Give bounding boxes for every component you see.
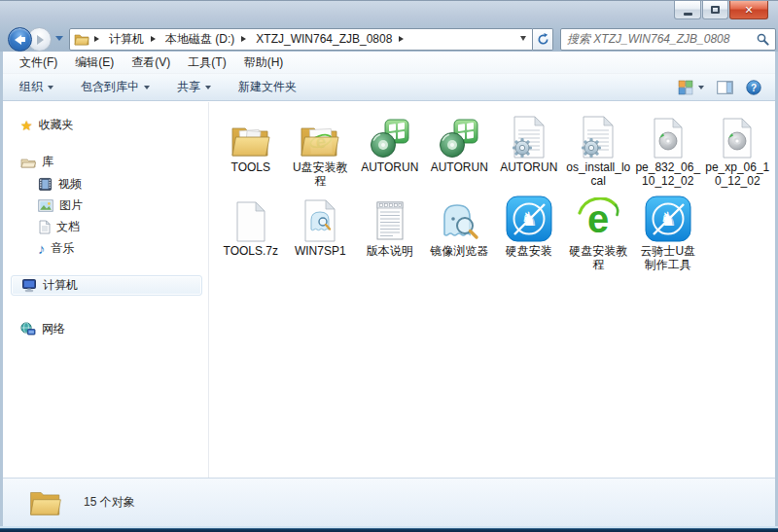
search-box [560,28,776,51]
refresh-icon [537,33,549,46]
chevron-down-icon [48,86,53,92]
gear-document-icon [580,116,617,159]
file-label: TOOLS [231,160,270,174]
folder-icon [74,32,89,46]
svg-text:?: ? [751,82,757,92]
setup-disc-icon [440,118,478,159]
file-label: WIN7SP1 [295,244,346,258]
help-button[interactable]: ? [744,76,763,99]
file-item-pe-832-iso[interactable]: pe_832_06_10_12_02 [633,111,703,188]
maximize-icon [711,6,720,14]
file-label: 镜像浏览器 [430,244,488,258]
file-label: pe_xp_06_10_12_02 [704,160,770,188]
svg-text:e: e [587,197,609,240]
file-list: TOOLS e U盘安装教程 [212,102,775,478]
picture-icon [38,199,53,212]
file-item-yunqishi-usb-tool[interactable]: ♞ 云骑士U盘制作工具 [633,195,703,271]
file-label: AUTORUN [431,160,488,174]
sidebar-item-network[interactable]: 网络 [20,319,65,339]
file-item-hdd-install[interactable]: ♞ 硬盘安装 [494,195,564,271]
menu-tools[interactable]: 工具(T) [179,52,234,74]
file-item-version-notes[interactable]: 版本说明 [355,195,425,271]
film-icon [38,177,53,192]
knight-app-icon: ♞ [506,195,552,242]
file-item-win7sp1[interactable]: WIN7SP1 [286,195,356,271]
file-item-hdd-install-tutorial[interactable]: e 硬盘安装教程 [564,195,634,271]
music-note-icon: ♪ [38,241,46,256]
item-count: 15 个对象 [84,494,135,511]
close-button[interactable]: ✕ [729,1,768,19]
blank-document-icon [234,201,267,242]
titlebar[interactable]: ✕ 计算机 本地磁盘 (D:) XTZJ_WIN764_ZJB_0808 [0,1,778,52]
file-item-image-browser[interactable]: 镜像浏览器 [425,195,495,271]
change-view-button[interactable] [676,76,706,99]
search-input[interactable] [567,32,757,46]
disc-document-icon [652,118,685,159]
back-arrow-icon [15,35,21,45]
new-folder-button[interactable]: 新建文件夹 [230,75,305,99]
breadcrumb-local-disk-d[interactable]: 本地磁盘 (D:) [163,31,236,48]
sidebar-item-music[interactable]: ♪ 音乐 [38,238,75,259]
recent-pages-dropdown[interactable] [55,36,63,45]
sidebar-item-computer[interactable]: 计算机 [11,275,202,296]
menu-edit[interactable]: 编辑(E) [66,52,123,74]
file-label: os_install_local [565,160,631,188]
back-button[interactable] [8,27,32,52]
breadcrumb-computer[interactable]: 计算机 [107,31,146,48]
minimize-icon [684,13,692,16]
breadcrumb-arrow-icon [241,36,249,42]
help-icon: ? [746,80,761,95]
sidebar-item-pictures[interactable]: 图片 [38,195,83,216]
file-item-tools[interactable]: TOOLS [216,111,286,188]
star-icon: ★ [20,119,33,132]
file-item-usb-tutorial[interactable]: e U盘安装教程 [286,111,356,188]
preview-pane-icon [717,81,733,94]
forward-arrow-icon [37,35,44,45]
sidebar-item-videos[interactable]: 视频 [38,174,82,195]
file-item-autorun-inf[interactable]: AUTORUN [494,111,564,188]
maximize-button[interactable] [702,1,728,19]
chevron-down-icon [144,86,150,92]
file-label: U盘安装教程 [287,160,353,188]
file-item-pe-xp-iso[interactable]: pe_xp_06_10_12_02 [703,111,773,188]
file-item-os-install-local[interactable]: os_install_local [564,111,634,188]
disc-document-icon [721,118,754,159]
breadcrumb-arrow-icon [151,36,159,42]
share-button[interactable]: 共享 [168,75,220,99]
include-in-library-button[interactable]: 包含到库中 [72,75,159,99]
address-history-dropdown[interactable] [516,34,530,44]
svg-text:♞: ♞ [520,208,538,230]
menu-help[interactable]: 帮助(H) [235,52,293,74]
chevron-down-icon [205,86,211,92]
organize-button[interactable]: 组织 [11,75,62,99]
setup-disc-icon [371,118,409,159]
navigation-pane: ★ 收藏夹 库 视频 [3,102,209,478]
file-label: pe_832_06_10_12_02 [635,160,701,188]
menu-file[interactable]: 文件(F) [11,52,66,74]
menu-view[interactable]: 查看(V) [123,52,179,74]
file-item-autorun-exe[interactable]: AUTORUN [425,111,495,188]
minimize-button[interactable] [674,1,701,19]
content-area: ★ 收藏夹 库 视频 [3,102,775,478]
refresh-button[interactable] [533,28,553,51]
sidebar-item-favorites[interactable]: ★ 收藏夹 [20,115,74,135]
ghost-viewer-icon [437,197,481,242]
views-icon [678,80,693,95]
file-item-autorun-exe[interactable]: AUTORUN [355,111,425,188]
svg-text:♞: ♞ [659,208,677,230]
file-label: 硬盘安装 [506,244,552,258]
notepad-document-icon [373,199,407,242]
file-label: 云骑士U盘制作工具 [635,244,701,271]
breadcrumb-arrow-icon [399,36,407,42]
folder-with-e-icon: e [300,124,340,159]
file-item-tools-7z[interactable]: TOOLS.7z [216,195,286,271]
close-icon: ✕ [744,5,753,16]
sidebar-item-libraries[interactable]: 库 [20,152,53,172]
chevron-down-icon [698,86,704,92]
breadcrumb-current-folder[interactable]: XTZJ_WIN764_ZJB_0808 [254,32,394,46]
sidebar-item-documents[interactable]: 文档 [38,217,80,237]
preview-pane-button[interactable] [715,77,735,98]
address-bar[interactable]: 计算机 本地磁盘 (D:) XTZJ_WIN764_ZJB_0808 [69,28,533,51]
green-e-icon: e [576,197,620,242]
file-label: TOOLS.7z [224,244,278,258]
